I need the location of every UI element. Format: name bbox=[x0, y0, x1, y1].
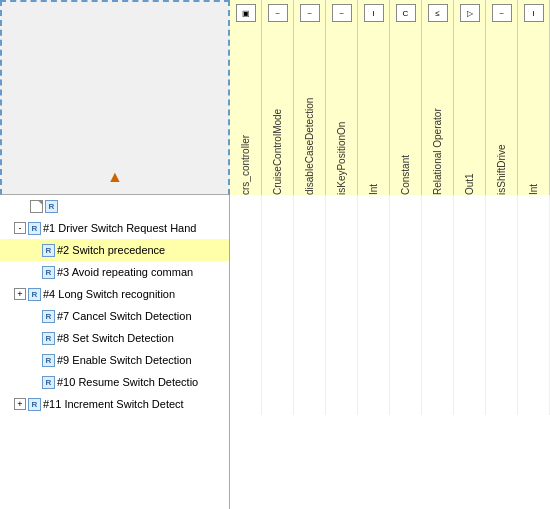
tree-item-item7[interactable]: R#7 Cancel Switch Detection bbox=[0, 305, 229, 327]
data-cell-5-4 bbox=[358, 305, 390, 327]
data-cell-7-3 bbox=[326, 349, 358, 371]
data-cell-9-0 bbox=[230, 393, 262, 415]
data-cell-4-2 bbox=[294, 283, 326, 305]
col-text-col9: isShiftDrive bbox=[496, 28, 507, 195]
data-cell-2-2 bbox=[294, 239, 326, 261]
tree-label-item4: #4 Long Switch recognition bbox=[43, 288, 175, 300]
tree-root[interactable]: R bbox=[0, 195, 229, 217]
data-cell-1-6 bbox=[422, 217, 454, 239]
data-cell-0-1 bbox=[262, 195, 294, 217]
col-header-col7: ≤Relational Operator bbox=[422, 0, 454, 195]
tree-item-item9[interactable]: R#9 Enable Switch Detection bbox=[0, 349, 229, 371]
tree-item-item8[interactable]: R#8 Set Switch Detection bbox=[0, 327, 229, 349]
data-cell-7-1 bbox=[262, 349, 294, 371]
col-icon-col7: ≤ bbox=[428, 4, 448, 22]
data-cell-5-6 bbox=[422, 305, 454, 327]
data-cell-7-9 bbox=[518, 349, 550, 371]
col-icon-col3: ~ bbox=[300, 4, 320, 22]
data-cell-4-5 bbox=[390, 283, 422, 305]
data-cell-2-8 bbox=[486, 239, 518, 261]
col-text-col8: Out1 bbox=[464, 28, 475, 195]
col-header-col10: IInt bbox=[518, 0, 550, 195]
data-cell-5-3 bbox=[326, 305, 358, 327]
data-cell-2-0 bbox=[230, 239, 262, 261]
data-row-0 bbox=[230, 195, 550, 217]
data-row-6 bbox=[230, 327, 550, 349]
req-icon-item1: R bbox=[28, 222, 41, 235]
data-cell-3-3 bbox=[326, 261, 358, 283]
data-cell-2-9 bbox=[518, 239, 550, 261]
tree-label-item10: #10 Resume Switch Detectio bbox=[57, 376, 198, 388]
data-cell-3-1 bbox=[262, 261, 294, 283]
data-cell-5-0 bbox=[230, 305, 262, 327]
data-row-3 bbox=[230, 261, 550, 283]
data-cell-0-2 bbox=[294, 195, 326, 217]
tree-label-item11: #11 Increment Switch Detect bbox=[43, 398, 184, 410]
req-icon: R bbox=[45, 200, 58, 213]
data-cell-7-0 bbox=[230, 349, 262, 371]
tree-item-item10[interactable]: R#10 Resume Switch Detectio bbox=[0, 371, 229, 393]
tree-item-item2[interactable]: R#2 Switch precedence bbox=[0, 239, 229, 261]
data-cell-1-5 bbox=[390, 217, 422, 239]
data-cell-8-8 bbox=[486, 371, 518, 393]
col-icon-col1: ▣ bbox=[236, 4, 256, 22]
data-cell-9-2 bbox=[294, 393, 326, 415]
data-cell-2-1 bbox=[262, 239, 294, 261]
req-icon-item2: R bbox=[42, 244, 55, 257]
data-cell-3-9 bbox=[518, 261, 550, 283]
data-cell-1-4 bbox=[358, 217, 390, 239]
data-cell-0-5 bbox=[390, 195, 422, 217]
tree-area[interactable]: R -R#1 Driver Switch Request HandR#2 Swi… bbox=[0, 195, 229, 509]
tree-label-item2: #2 Switch precedence bbox=[57, 244, 165, 256]
data-row-2 bbox=[230, 239, 550, 261]
data-cell-2-5 bbox=[390, 239, 422, 261]
req-icon-item9: R bbox=[42, 354, 55, 367]
data-cell-7-4 bbox=[358, 349, 390, 371]
data-cell-4-3 bbox=[326, 283, 358, 305]
data-cell-9-1 bbox=[262, 393, 294, 415]
data-cell-8-0 bbox=[230, 371, 262, 393]
data-row-5 bbox=[230, 305, 550, 327]
data-cell-6-3 bbox=[326, 327, 358, 349]
data-cell-8-3 bbox=[326, 371, 358, 393]
data-cell-5-7 bbox=[454, 305, 486, 327]
data-cell-8-9 bbox=[518, 371, 550, 393]
tree-item-item11[interactable]: +R#11 Increment Switch Detect bbox=[0, 393, 229, 415]
data-cell-6-5 bbox=[390, 327, 422, 349]
col-header-col4: ~isKeyPositionOn bbox=[326, 0, 358, 195]
tree-item-item1[interactable]: -R#1 Driver Switch Request Hand bbox=[0, 217, 229, 239]
data-cell-0-6 bbox=[422, 195, 454, 217]
col-text-col1: crs_controller bbox=[240, 28, 251, 195]
data-cell-3-8 bbox=[486, 261, 518, 283]
data-cell-2-4 bbox=[358, 239, 390, 261]
data-row-7 bbox=[230, 349, 550, 371]
col-icon-col10: I bbox=[524, 4, 544, 22]
col-icon-col4: ~ bbox=[332, 4, 352, 22]
col-header-col9: ~isShiftDrive bbox=[486, 0, 518, 195]
expand-btn-item11[interactable]: + bbox=[14, 398, 26, 410]
expand-btn-item4[interactable]: + bbox=[14, 288, 26, 300]
data-cell-5-1 bbox=[262, 305, 294, 327]
tree-item-item4[interactable]: +R#4 Long Switch recognition bbox=[0, 283, 229, 305]
data-cell-4-7 bbox=[454, 283, 486, 305]
data-cell-4-6 bbox=[422, 283, 454, 305]
data-cell-3-0 bbox=[230, 261, 262, 283]
data-cell-7-7 bbox=[454, 349, 486, 371]
data-row-9 bbox=[230, 393, 550, 415]
data-cell-1-2 bbox=[294, 217, 326, 239]
req-icon-item11: R bbox=[28, 398, 41, 411]
data-cell-9-4 bbox=[358, 393, 390, 415]
data-cell-6-6 bbox=[422, 327, 454, 349]
data-cell-6-0 bbox=[230, 327, 262, 349]
data-cell-2-3 bbox=[326, 239, 358, 261]
tree-item-item3[interactable]: R#3 Avoid repeating comman bbox=[0, 261, 229, 283]
data-cell-8-7 bbox=[454, 371, 486, 393]
col-text-col7: Relational Operator bbox=[432, 28, 443, 195]
data-cell-0-8 bbox=[486, 195, 518, 217]
data-cell-8-4 bbox=[358, 371, 390, 393]
data-cell-4-4 bbox=[358, 283, 390, 305]
col-text-col5: Int bbox=[368, 28, 379, 195]
expand-btn-item1[interactable]: - bbox=[14, 222, 26, 234]
data-cell-3-6 bbox=[422, 261, 454, 283]
data-cell-4-8 bbox=[486, 283, 518, 305]
